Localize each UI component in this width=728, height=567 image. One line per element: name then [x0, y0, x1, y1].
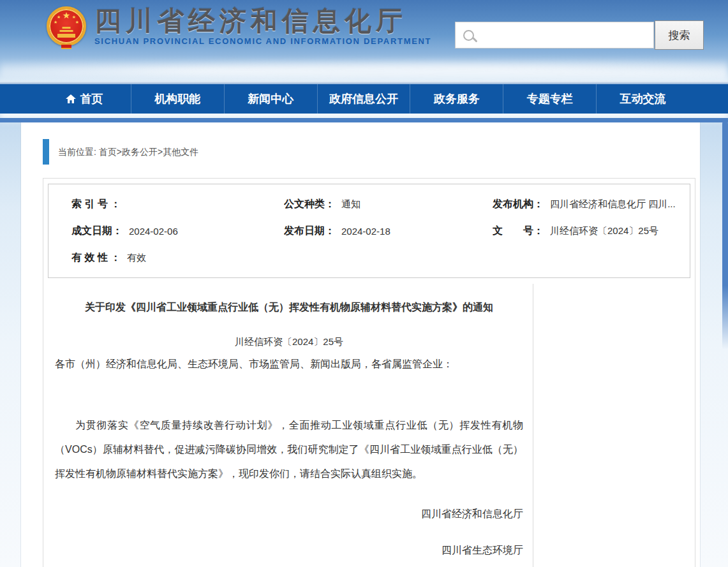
- column-divider: [533, 284, 533, 567]
- document-container: 索 引 号 ： 公文种类： 通知 发布机构： 四川省经济和信息化厅 四川... …: [43, 178, 695, 567]
- meta-publish-date: 发布日期： 2024-02-18: [284, 225, 493, 238]
- search-button[interactable]: 搜索: [655, 20, 704, 50]
- breadcrumb-label: 当前位置:: [58, 147, 96, 157]
- site-logo-home-link[interactable]: ★ ★ ★ ★ ★ 四川省经济和信息化厅 SICHUAN PROVINCIAL …: [47, 4, 417, 59]
- nav-item-home[interactable]: 首页: [38, 84, 131, 114]
- meta-doc-symbol: 文 号： 川经信环资〔2024〕25号: [493, 225, 686, 238]
- site-title: 四川省经济和信息化厅: [94, 6, 431, 36]
- meta-doc-type: 公文种类： 通知: [284, 198, 493, 211]
- nav-item-news-center[interactable]: 新闻中心: [224, 84, 317, 114]
- search-icon: [463, 30, 474, 41]
- meta-index-number: 索 引 号 ：: [71, 198, 284, 211]
- emblem-star-icon: ★: [63, 11, 71, 20]
- article: 关于印发《四川省工业领域重点行业低（无）挥发性有机物原辅材料替代实施方案》的通知…: [43, 284, 533, 557]
- article-title: 关于印发《四川省工业领域重点行业低（无）挥发性有机物原辅材料替代实施方案》的通知: [74, 299, 504, 316]
- search-box: [455, 22, 654, 48]
- search-input[interactable]: [480, 22, 653, 48]
- meta-issuing-agency: 发布机构： 四川省经济和信息化厅 四川...: [493, 198, 686, 211]
- nav-item-org-functions[interactable]: 机构职能: [131, 84, 224, 114]
- article-salutation: 各市（州）经济和信息化局、生态环境局、市场监管局、新闻出版局，各省属监管企业：: [55, 357, 523, 371]
- article-paragraph: 为贯彻落实《空气质量持续改善行动计划》，全面推动工业领域重点行业低（无）挥发性有…: [55, 413, 523, 486]
- document-meta-table: 索 引 号 ： 公文种类： 通知 发布机构： 四川省经济和信息化厅 四川... …: [48, 184, 690, 278]
- meta-validity: 有 效 性 ： 有效: [71, 251, 284, 265]
- national-emblem-icon: ★ ★ ★ ★ ★: [47, 6, 86, 46]
- nav-item-interaction[interactable]: 互动交流: [596, 84, 689, 114]
- home-icon: [66, 94, 76, 103]
- article-signature-2: 四川省生态环境厅: [55, 544, 523, 557]
- main-nav: 首页 机构职能 新闻中心 政府信息公开 政务服务 专题专栏 互动交流: [0, 84, 728, 114]
- page: { "header": { "site_title": "四川省经济和信息化厅"…: [0, 0, 728, 567]
- site-header: ★ ★ ★ ★ ★ 四川省经济和信息化厅 SICHUAN PROVINCIAL …: [0, 0, 728, 82]
- article-signature-1: 四川省经济和信息化厅: [55, 508, 523, 520]
- nav-item-gov-info-disclosure[interactable]: 政府信息公开: [317, 84, 410, 114]
- scrollbar-thumb[interactable]: [722, 121, 728, 350]
- nav-item-special-topics[interactable]: 专题专栏: [503, 84, 596, 114]
- meta-written-date: 成文日期： 2024-02-06: [71, 225, 284, 238]
- breadcrumb-path[interactable]: 首页>政务公开>其他文件: [99, 147, 198, 157]
- nav-bottom-band: [0, 118, 728, 122]
- content-panel: 当前位置: 首页>政务公开>其他文件 索 引 号 ： 公文种类： 通知 发布机构…: [21, 122, 700, 567]
- article-doc-number: 川经信环资〔2024〕25号: [55, 335, 523, 348]
- breadcrumb-marker: [43, 139, 49, 165]
- emblem-gate-icon: [63, 27, 71, 29]
- breadcrumb: 当前位置: 首页>政务公开>其他文件: [58, 145, 198, 158]
- site-subtitle-en: SICHUAN PROVINCIAL ECONOMIC AND INFORMAT…: [94, 36, 431, 46]
- nav-item-gov-services[interactable]: 政务服务: [410, 84, 503, 114]
